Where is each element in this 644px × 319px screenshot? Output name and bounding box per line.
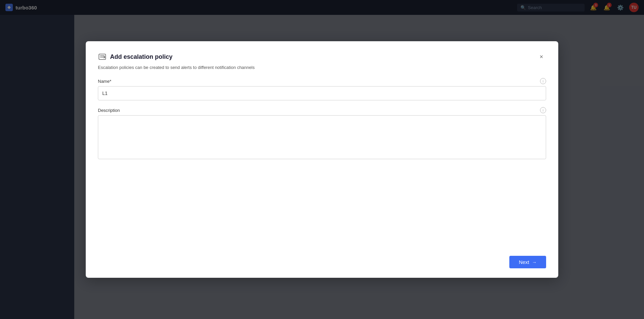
next-arrow-icon: → — [532, 260, 537, 265]
description-label: Description — [98, 108, 120, 113]
name-input[interactable] — [98, 86, 546, 100]
description-textarea[interactable] — [98, 115, 546, 159]
description-label-row: Description i — [98, 107, 546, 113]
modal-subtitle: Escalation policies can be created to se… — [98, 65, 546, 70]
name-form-group: Name* i — [98, 78, 546, 100]
name-label-row: Name* i — [98, 78, 546, 84]
description-form-group: Description i — [98, 107, 546, 161]
modal-close-button[interactable]: × — [537, 52, 546, 62]
modal-header: Add escalation policy × — [98, 52, 546, 62]
next-button[interactable]: Next → — [509, 256, 546, 268]
name-info-icon[interactable]: i — [540, 78, 546, 84]
modal-footer: Next → — [98, 167, 546, 268]
modal-title-row: Add escalation policy — [98, 53, 172, 60]
name-label: Name* — [98, 79, 111, 84]
escalation-icon — [98, 53, 107, 60]
add-escalation-policy-modal: Add escalation policy × Escalation polic… — [86, 41, 558, 278]
next-button-label: Next — [519, 259, 529, 265]
modal-title: Add escalation policy — [110, 53, 172, 60]
modal-overlay: Add escalation policy × Escalation polic… — [0, 0, 644, 319]
description-info-icon[interactable]: i — [540, 107, 546, 113]
